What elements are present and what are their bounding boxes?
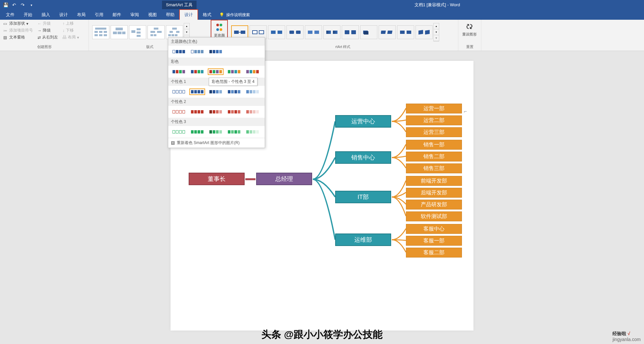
node-leaf[interactable]: 运营一部 bbox=[406, 104, 462, 113]
rtl-button[interactable]: ⇄ 从右到左 bbox=[37, 34, 59, 40]
color-option[interactable] bbox=[226, 129, 242, 135]
recolor-icon: 🖼 bbox=[171, 141, 175, 145]
tab-layout[interactable]: 布局 bbox=[72, 10, 90, 20]
demote-button[interactable]: → 降级 bbox=[37, 27, 59, 34]
text-pane-button[interactable]: ▤文本窗格 bbox=[3, 34, 34, 40]
color-option[interactable] bbox=[208, 129, 224, 135]
style-thumb[interactable] bbox=[268, 25, 285, 39]
color-option[interactable] bbox=[171, 88, 187, 95]
node-gm[interactable]: 总经理 bbox=[256, 173, 312, 185]
svg-rect-35 bbox=[314, 31, 319, 34]
color-option[interactable] bbox=[245, 109, 260, 115]
qat-customize-icon[interactable]: ▾ bbox=[28, 2, 34, 8]
color-option-hover[interactable] bbox=[189, 88, 205, 95]
tab-smartart-design[interactable]: 设计 bbox=[179, 9, 198, 20]
color-section-accent3: 个性色 3 bbox=[168, 118, 265, 126]
reset-graphic-button[interactable]: 🗘 重设图形 bbox=[461, 20, 478, 38]
node-leaf[interactable]: 销售二部 bbox=[406, 152, 462, 161]
node-leaf[interactable]: 后端开发部 bbox=[406, 188, 462, 198]
undo-icon[interactable]: ↶ bbox=[11, 2, 17, 8]
redo-icon[interactable]: ↷ bbox=[20, 2, 26, 8]
add-shape-button[interactable]: ▭添加形状 ▾ bbox=[3, 20, 34, 27]
node-center-0[interactable]: 运营中心 bbox=[335, 115, 391, 128]
tab-file[interactable]: 文件 bbox=[1, 10, 19, 20]
color-option[interactable] bbox=[226, 68, 242, 75]
node-leaf[interactable]: 前端开发部 bbox=[406, 176, 462, 186]
tab-design[interactable]: 设计 bbox=[55, 10, 72, 20]
svg-rect-10 bbox=[122, 32, 125, 34]
style-thumb[interactable] bbox=[286, 25, 304, 39]
layout-thumb[interactable] bbox=[148, 25, 165, 39]
tab-insert[interactable]: 插入 bbox=[37, 10, 55, 20]
color-option[interactable] bbox=[245, 68, 260, 75]
color-option[interactable] bbox=[208, 48, 224, 55]
style-thumb[interactable] bbox=[323, 25, 340, 39]
layout-thumb[interactable] bbox=[92, 25, 109, 39]
layout-thumb[interactable] bbox=[129, 25, 146, 39]
svg-rect-23 bbox=[168, 34, 171, 36]
group-reset: 🗘 重设图形 重置 bbox=[458, 20, 481, 51]
node-center-3[interactable]: 运维部 bbox=[335, 233, 391, 246]
node-leaf[interactable]: 运营二部 bbox=[406, 115, 462, 125]
color-option-selected[interactable] bbox=[208, 68, 224, 75]
tell-me-search[interactable]: 💡 操作说明搜索 bbox=[219, 12, 250, 18]
color-option[interactable] bbox=[171, 68, 187, 75]
color-option[interactable] bbox=[226, 109, 242, 115]
smartart-tools-context: SmartArt 工具 bbox=[162, 1, 197, 9]
recolor-pictures[interactable]: 🖼 重新着色 SmartArt 图形中的图片(R) bbox=[168, 138, 265, 148]
color-option[interactable] bbox=[189, 109, 205, 115]
color-option[interactable] bbox=[208, 109, 224, 115]
tab-smartart-format[interactable]: 格式 bbox=[198, 10, 216, 20]
tab-mailings[interactable]: 邮件 bbox=[108, 10, 126, 20]
style-thumb[interactable] bbox=[360, 25, 377, 39]
color-option[interactable] bbox=[189, 48, 205, 55]
watermark-text: 头条 @跟小小筱学办公技能 bbox=[0, 328, 644, 341]
style-thumb[interactable] bbox=[305, 25, 322, 39]
color-option[interactable] bbox=[189, 68, 205, 75]
save-icon[interactable]: 💾 bbox=[3, 2, 9, 8]
color-option[interactable] bbox=[171, 129, 187, 135]
node-center-2[interactable]: IT部 bbox=[335, 191, 391, 203]
node-center-1[interactable]: 销售中心 bbox=[335, 151, 391, 164]
node-leaf[interactable]: 产品研发部 bbox=[406, 200, 462, 209]
group-create-graphic: ▭添加形状 ▾ ← 升级 ↑ 上移 ≔添加项目符号 → 降级 ↓ 下移 ▤文本窗… bbox=[0, 20, 89, 51]
node-leaf[interactable]: 客服中心 bbox=[406, 224, 462, 234]
style-thumb[interactable] bbox=[416, 25, 433, 39]
change-colors-dropdown: 主题颜色(主色) 彩色 个性色 1 个性色 2 个性色 3 🖼 重新着 bbox=[168, 37, 265, 148]
node-leaf[interactable]: 客服二部 bbox=[406, 248, 462, 258]
color-option[interactable] bbox=[226, 88, 242, 95]
node-leaf[interactable]: 销售三部 bbox=[406, 163, 462, 173]
color-option[interactable] bbox=[171, 109, 187, 115]
add-bullet-button[interactable]: ≔添加项目符号 bbox=[3, 27, 34, 34]
svg-rect-37 bbox=[333, 31, 337, 34]
tab-home[interactable]: 开始 bbox=[19, 10, 37, 20]
svg-rect-9 bbox=[118, 32, 121, 34]
node-leaf[interactable]: 客服一部 bbox=[406, 236, 462, 246]
color-option[interactable] bbox=[189, 129, 205, 135]
tab-view[interactable]: 视图 bbox=[144, 10, 161, 20]
style-thumb[interactable] bbox=[379, 25, 396, 39]
svg-rect-17 bbox=[157, 31, 162, 33]
color-option[interactable] bbox=[171, 48, 187, 55]
tab-help[interactable]: 帮助 bbox=[161, 10, 179, 20]
layout-thumb[interactable] bbox=[111, 25, 128, 39]
tab-review[interactable]: 审阅 bbox=[126, 10, 144, 20]
styles-scroll[interactable]: ▴▾▿ bbox=[433, 23, 439, 41]
move-down-button[interactable]: ↓ 下移 bbox=[62, 27, 80, 34]
style-thumb[interactable] bbox=[397, 25, 414, 39]
node-leaf[interactable]: 运营三部 bbox=[406, 127, 462, 137]
style-thumb[interactable] bbox=[342, 25, 359, 39]
node-leaf[interactable]: 软件测试部 bbox=[406, 211, 462, 221]
move-up-button[interactable]: ↑ 上移 bbox=[62, 20, 80, 27]
color-balls-icon bbox=[213, 28, 226, 31]
node-leaf[interactable]: 销售一部 bbox=[406, 140, 462, 150]
color-option[interactable] bbox=[208, 88, 224, 95]
svg-rect-32 bbox=[289, 31, 294, 34]
document-area[interactable]: ⌐ bbox=[0, 51, 644, 344]
color-option[interactable] bbox=[245, 88, 260, 95]
tab-references[interactable]: 引用 bbox=[90, 10, 108, 20]
node-chairman[interactable]: 董事长 bbox=[189, 173, 245, 185]
layout-button[interactable]: 品 布局 ▾ bbox=[62, 34, 80, 40]
color-option[interactable] bbox=[245, 129, 260, 135]
promote-button[interactable]: ← 升级 bbox=[37, 20, 59, 27]
